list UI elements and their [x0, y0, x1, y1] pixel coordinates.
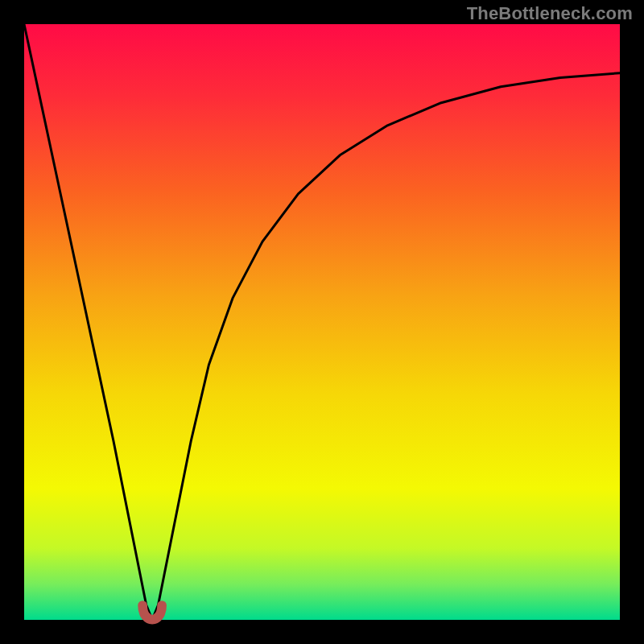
- plot-background: [24, 24, 620, 620]
- watermark-text: TheBottleneck.com: [467, 3, 633, 24]
- bottleneck-chart: [0, 0, 644, 644]
- chart-frame: TheBottleneck.com: [0, 0, 644, 644]
